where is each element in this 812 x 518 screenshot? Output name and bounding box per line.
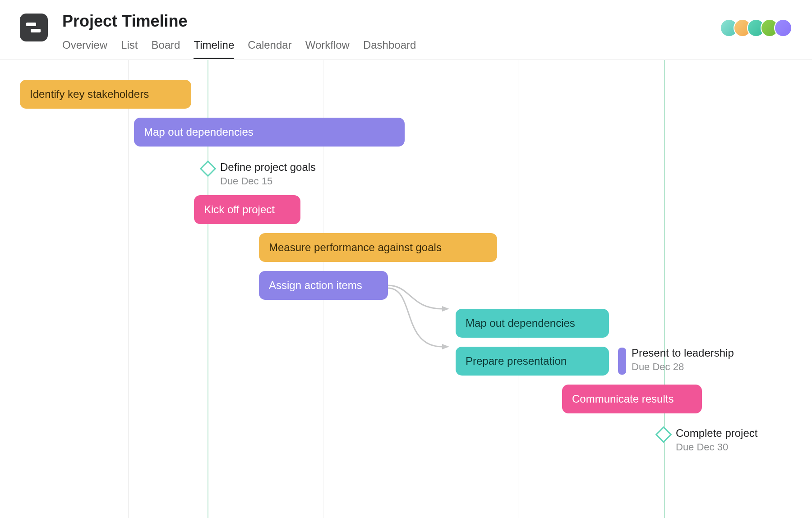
svg-marker-3 xyxy=(442,344,449,349)
collaborator-avatars xyxy=(724,19,792,37)
task-measure-performance[interactable]: Measure performance against goals xyxy=(259,233,497,262)
task-identify-stakeholders[interactable]: Identify key stakeholders xyxy=(20,80,191,109)
milestone-complete-project[interactable]: Complete project Due Dec 30 xyxy=(658,426,757,454)
svg-rect-1 xyxy=(31,29,41,32)
milestone-text: Complete project Due Dec 30 xyxy=(676,426,757,454)
task-communicate-results[interactable]: Communicate results xyxy=(562,385,702,413)
tab-list[interactable]: List xyxy=(121,39,138,59)
tab-timeline[interactable]: Timeline xyxy=(194,39,234,59)
page-title: Project Timeline xyxy=(62,12,416,31)
milestone-title: Complete project xyxy=(676,426,757,440)
diamond-icon xyxy=(655,426,672,443)
app-icon xyxy=(20,14,48,41)
svg-rect-0 xyxy=(26,23,36,26)
milestone-due: Due Dec 28 xyxy=(632,361,734,374)
header: Project Timeline Overview List Board Tim… xyxy=(0,0,812,60)
milestone-present-leadership[interactable]: Present to leadership Due Dec 28 xyxy=(632,346,734,374)
milestone-title: Define project goals xyxy=(220,160,316,174)
tab-workflow[interactable]: Workflow xyxy=(305,39,350,59)
tabs: Overview List Board Timeline Calendar Wo… xyxy=(62,39,416,59)
gridline xyxy=(128,60,129,518)
milestone-text: Define project goals Due Dec 15 xyxy=(220,160,316,188)
gridline xyxy=(518,60,518,518)
tab-board[interactable]: Board xyxy=(151,39,180,59)
task-map-dependencies-2[interactable]: Map out dependencies xyxy=(456,309,609,338)
milestone-text: Present to leadership Due Dec 28 xyxy=(632,346,734,374)
task-map-dependencies-1[interactable]: Map out dependencies xyxy=(134,118,405,147)
diamond-icon xyxy=(200,160,217,177)
tab-calendar[interactable]: Calendar xyxy=(248,39,291,59)
dependency-arrow xyxy=(388,281,465,371)
task-prepare-presentation[interactable]: Prepare presentation xyxy=(456,347,609,376)
tab-overview[interactable]: Overview xyxy=(62,39,107,59)
tab-dashboard[interactable]: Dashboard xyxy=(363,39,416,59)
svg-marker-2 xyxy=(442,306,449,312)
milestone-define-goals[interactable]: Define project goals Due Dec 15 xyxy=(202,160,316,188)
title-block: Project Timeline Overview List Board Tim… xyxy=(62,12,416,59)
dependency-arrow xyxy=(388,281,465,335)
milestone-title: Present to leadership xyxy=(632,346,734,360)
milestone-due: Due Dec 15 xyxy=(220,175,316,188)
milestone-due: Due Dec 30 xyxy=(676,441,757,454)
avatar[interactable] xyxy=(774,19,792,37)
task-pill-present[interactable] xyxy=(618,348,626,375)
timeline-canvas[interactable]: Identify key stakeholders Map out depend… xyxy=(0,60,812,518)
task-kick-off[interactable]: Kick off project xyxy=(194,195,300,224)
task-assign-action-items[interactable]: Assign action items xyxy=(259,271,388,300)
